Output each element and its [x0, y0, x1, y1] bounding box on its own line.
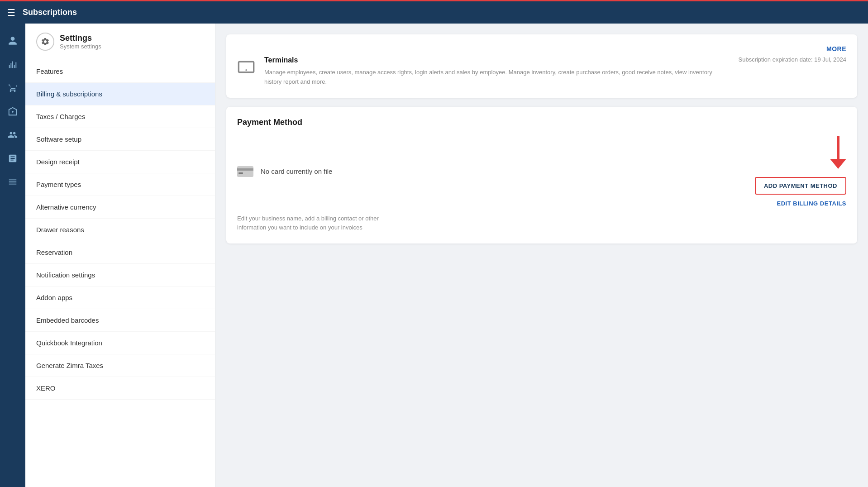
settings-panel: Settings System settings FeaturesBilling… [25, 24, 215, 487]
add-payment-button[interactable]: ADD PAYMENT METHOD [755, 177, 846, 195]
icon-sidebar [0, 24, 25, 487]
nav-item-features[interactable]: Features [25, 60, 215, 83]
nav-item-drawer[interactable]: Drawer reasons [25, 219, 215, 241]
nav-item-addon[interactable]: Addon apps [25, 286, 215, 309]
nav-item-notification[interactable]: Notification settings [25, 264, 215, 286]
sidebar-item-settings[interactable] [3, 172, 23, 192]
payment-method-title: Payment Method [237, 118, 846, 127]
nav-item-zimra[interactable]: Generate Zimra Taxes [25, 354, 215, 377]
card-top-row: MORE [237, 45, 846, 53]
settings-subtitle: System settings [60, 43, 101, 50]
nav-item-barcodes[interactable]: Embedded barcodes [25, 309, 215, 332]
svg-rect-2 [238, 172, 243, 174]
credit-card-icon [237, 166, 253, 177]
arrow-annotation [830, 136, 846, 172]
sidebar-item-user[interactable] [3, 31, 23, 51]
red-arrow [830, 136, 846, 169]
settings-gear-icon [36, 33, 54, 51]
nav-item-software[interactable]: Software setup [25, 128, 215, 151]
main-container: Settings System settings FeaturesBilling… [25, 24, 868, 487]
sidebar-item-team[interactable] [3, 125, 23, 145]
payment-row: No card currently on file ADD PAYMENT ME… [237, 136, 846, 207]
settings-title-group: Settings System settings [60, 33, 101, 50]
payment-left: No card currently on file [237, 166, 332, 177]
settings-title: Settings [60, 33, 101, 43]
nav-item-xero[interactable]: XERO [25, 377, 215, 400]
terminals-name: Terminals [264, 56, 730, 64]
nav-item-billing[interactable]: Billing & subscriptions [25, 83, 215, 105]
billing-desc: Edit your business name, add a billing c… [237, 214, 391, 233]
nav-item-alt-currency[interactable]: Alternative currency [25, 196, 215, 219]
nav-items-container: FeaturesBilling & subscriptionsTaxes / C… [25, 60, 215, 400]
terminals-desc: Manage employees, create users, manage a… [264, 68, 730, 87]
sidebar-item-shop[interactable] [3, 78, 23, 98]
sidebar-item-warehouse[interactable] [3, 101, 23, 121]
nav-item-payment-types[interactable]: Payment types [25, 173, 215, 196]
nav-item-design[interactable]: Design receipt [25, 151, 215, 173]
svg-rect-1 [237, 168, 253, 171]
terminals-info: Terminals Manage employees, create users… [264, 56, 730, 87]
svg-rect-0 [237, 166, 253, 177]
content-area: MORE Terminals Manage employees, create … [215, 24, 868, 487]
nav-item-reservation[interactable]: Reservation [25, 241, 215, 264]
topbar-title: Subscriptions [23, 8, 77, 17]
terminals-card: MORE Terminals Manage employees, create … [226, 34, 857, 98]
payment-buttons: ADD PAYMENT METHOD EDIT BILLING DETAILS [755, 136, 846, 207]
topbar: ☰ Subscriptions [0, 0, 868, 24]
nav-item-quickbook[interactable]: Quickbook Integration [25, 332, 215, 354]
sidebar-item-analytics[interactable] [3, 54, 23, 74]
tablet-icon [237, 58, 255, 76]
more-link[interactable]: MORE [826, 45, 846, 53]
terminals-row: Terminals Manage employees, create users… [237, 56, 846, 87]
nav-item-taxes[interactable]: Taxes / Charges [25, 105, 215, 128]
sidebar-item-reports[interactable] [3, 148, 23, 168]
arrow-head [830, 159, 846, 169]
menu-icon[interactable]: ☰ [7, 7, 15, 18]
arrow-shaft [837, 136, 839, 159]
no-card-text: No card currently on file [261, 167, 332, 175]
edit-billing-link[interactable]: EDIT BILLING DETAILS [777, 200, 846, 207]
settings-header: Settings System settings [25, 33, 215, 60]
terminals-expiry: Subscription expiration date: 19 Jul, 20… [739, 56, 847, 63]
payment-method-card: Payment Method No card currently on file [226, 107, 857, 244]
